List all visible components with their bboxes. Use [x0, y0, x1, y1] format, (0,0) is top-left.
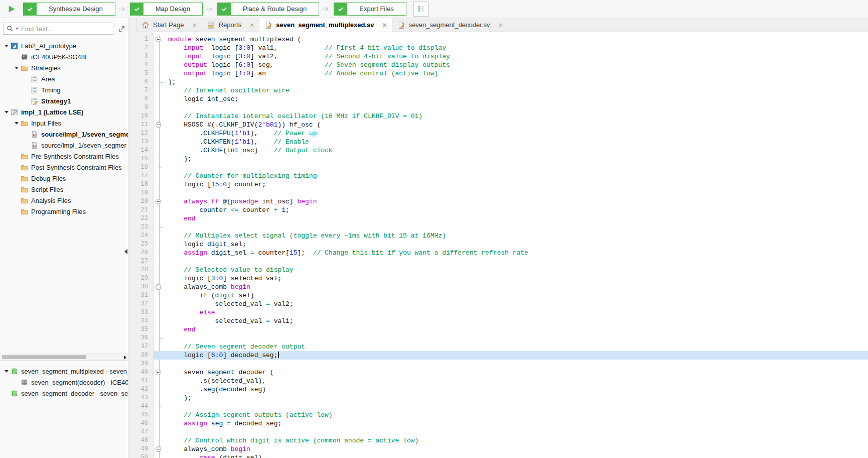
fold-collapse-icon[interactable] [156, 122, 161, 128]
strategy-checklist-button[interactable] [413, 2, 428, 17]
tree-item-impl-1-lattice-lse[interactable]: impl_1 (Lattice LSE) [0, 106, 128, 118]
code-line-46[interactable]: 46 assign seg = decoded_seg; [129, 419, 868, 428]
code-line-49[interactable]: 49 always_comb begin [129, 445, 868, 453]
code-line-10[interactable]: 10 // Instantiate internal oscillator (1… [129, 112, 868, 121]
tree-item-strategies[interactable]: Strategies [0, 62, 128, 73]
code-line-14[interactable]: 14 .CLKHF(int_osc) // Output clock [129, 146, 868, 155]
tab-seven-segment-decoder-sv[interactable]: seven_segment_decoder.sv× [392, 18, 508, 32]
code-line-15[interactable]: 15 ); [129, 155, 868, 163]
code-line-29[interactable]: 29 logic [3:0] selected_val; [129, 274, 868, 283]
code-line-39[interactable]: 39 [129, 360, 868, 368]
flow-stage-map-design[interactable]: Map Design [130, 3, 203, 16]
code-line-44[interactable]: 44 [129, 402, 868, 411]
tab-close-icon[interactable]: × [499, 22, 503, 29]
code-line-41[interactable]: 41 .s(selected_val), [129, 377, 868, 385]
code-text[interactable]: // Selected value to display [168, 266, 868, 274]
tree-item-post-synthesis-constraint-files[interactable]: Post-Synthesis Constraint Files [0, 162, 128, 173]
code-text[interactable]: ); [168, 394, 868, 402]
code-text[interactable]: logic [15:0] counter; [168, 180, 868, 189]
fold-collapse-icon[interactable] [156, 37, 161, 42]
code-text[interactable]: // Internal oscillator wire [168, 86, 868, 95]
tree-item-strategy1[interactable]: Strategy1 [0, 95, 128, 106]
code-line-27[interactable]: 27 [129, 257, 868, 266]
hierarchy-item-seven-segment-decoder-seven-seg[interactable]: seven_segment_decoder - seven_seg... [0, 388, 128, 399]
code-text[interactable]: module seven_segment_multiplexed ( [168, 35, 868, 44]
tree-item-analysis-files[interactable]: Analysis Files [0, 195, 128, 206]
code-line-40[interactable]: 40 seven_segment decoder ( [129, 368, 868, 377]
scrollbar-right-arrow-icon[interactable] [124, 356, 126, 360]
code-text[interactable]: .CLKHFPU(1'b1), // Power up [168, 129, 868, 138]
code-line-42[interactable]: 42 .seg(decoded_seg) [129, 385, 868, 394]
code-line-35[interactable]: 35 end [129, 325, 868, 334]
tab-seven-segment-multiplexed-sv[interactable]: seven_segment_multiplexed.sv× [259, 18, 392, 32]
code-text[interactable]: seven_segment decoder ( [168, 368, 868, 377]
tree-horizontal-scrollbar[interactable] [0, 354, 128, 361]
code-line-37[interactable]: 37 // Seven segment decoder output [129, 342, 868, 351]
code-text[interactable] [168, 189, 868, 197]
code-line-16[interactable]: 16 [129, 163, 868, 172]
tab-close-icon[interactable]: × [192, 22, 196, 29]
code-line-13[interactable]: 13 .CLKHFEN(1'b1), // Enable [129, 138, 868, 146]
code-text[interactable]: input logic [3:0] val2, // Second 4-bit … [168, 52, 868, 61]
code-text[interactable]: // Counter for multiplexing timing [168, 172, 868, 180]
expand-arrow-icon[interactable] [5, 45, 9, 47]
code-text[interactable]: HSOSC #(.CLKHF_DIV(2'b01)) hf_osc ( [168, 121, 868, 129]
code-text[interactable]: .CLKHF(int_osc) // Output clock [168, 146, 868, 155]
code-line-31[interactable]: 31 if (digit_sel) [129, 291, 868, 300]
expand-arrow-icon[interactable] [5, 370, 9, 373]
code-line-25[interactable]: 25 logic digit_sel; [129, 240, 868, 249]
tree-item-source-impl-1-seven-segme[interactable]: source/impl_1/seven_segme [0, 129, 128, 140]
code-text[interactable]: selected_val = val2; [168, 300, 868, 308]
tree-item-debug-files[interactable]: Debug Files [0, 173, 128, 184]
tab-reports[interactable]: Reports× [202, 18, 260, 32]
code-line-28[interactable]: 28 // Selected value to display [129, 266, 868, 274]
code-text[interactable]: end [168, 325, 868, 334]
code-text[interactable]: assign digit_sel = counter[15]; // Chang… [168, 249, 868, 257]
code-line-9[interactable]: 9 [129, 103, 868, 112]
expand-arrow-icon[interactable] [15, 122, 19, 125]
expand-arrow-icon[interactable] [15, 67, 19, 69]
code-text[interactable]: output logic [6:0] seg, // Seven segment… [168, 61, 868, 69]
expand-arrow-icon[interactable] [5, 111, 9, 113]
code-text[interactable] [168, 402, 868, 411]
code-text[interactable]: input logic [3:0] val1, // First 4-bit v… [168, 44, 868, 52]
code-line-36[interactable]: 36 [129, 334, 868, 342]
fold-collapse-icon[interactable] [156, 199, 161, 204]
code-line-26[interactable]: 26 assign digit_sel = counter[15]; // Ch… [129, 249, 868, 257]
tree-item-source-impl-1-seven-segmer[interactable]: source/impl_1/seven_segmer [0, 140, 128, 151]
popout-panel-icon[interactable] [117, 24, 126, 33]
code-text[interactable]: end [168, 214, 868, 223]
hierarchy-item-seven-segment-multiplexed-seven-x[interactable]: seven_segment_multiplexed - seven_X. [0, 366, 128, 377]
code-text[interactable] [168, 334, 868, 342]
fold-collapse-icon[interactable] [156, 370, 161, 375]
code-line-45[interactable]: 45 // Assign segment outputs (active low… [129, 411, 868, 419]
code-text[interactable]: always_ff @(posedge int_osc) begin [168, 197, 868, 206]
hierarchy-item-seven-segment-decoder-ice40[interactable]: seven_segment(decoder) - iCE40... [0, 377, 128, 388]
code-text[interactable]: .s(selected_val), [168, 377, 868, 385]
code-text[interactable]: ); [168, 155, 868, 163]
run-button[interactable] [5, 3, 18, 16]
tree-item-lab2-ai-prototype[interactable]: Lab2_AI_prototype [0, 40, 128, 51]
code-line-50[interactable]: 50 case (digit_sel) [129, 453, 868, 458]
code-line-11[interactable]: 11 HSOSC #(.CLKHF_DIV(2'b01)) hf_osc ( [129, 121, 868, 129]
code-line-33[interactable]: 33 else [129, 308, 868, 317]
splitter-collapse-icon[interactable] [124, 249, 127, 254]
code-line-34[interactable]: 34 selected_val = val1; [129, 317, 868, 325]
find-text-box[interactable] [3, 23, 113, 35]
code-text[interactable]: // Control which digit is active (common… [168, 436, 868, 445]
tab-close-icon[interactable]: × [250, 22, 254, 29]
code-text[interactable] [168, 257, 868, 266]
code-text[interactable]: else [168, 308, 868, 317]
code-line-1[interactable]: 1module seven_segment_multiplexed ( [129, 35, 868, 44]
code-text[interactable]: assign seg = decoded_seg; [168, 419, 868, 428]
flow-stage-synthesize-design[interactable]: Synthesize Design [23, 3, 115, 16]
code-text[interactable]: // Multiplex select signal (toggle every… [168, 232, 868, 240]
code-line-7[interactable]: 7 // Internal oscillator wire [129, 86, 868, 95]
code-text[interactable]: always_comb begin [168, 445, 868, 453]
code-text[interactable]: // Instantiate internal oscillator (16 M… [168, 112, 868, 121]
tree-item-area[interactable]: Area [0, 73, 128, 84]
code-text[interactable] [168, 428, 868, 436]
fold-collapse-icon[interactable] [156, 446, 161, 452]
tree-item-timing[interactable]: Timing [0, 84, 128, 95]
code-text[interactable]: logic [6:0] decoded_seg; [168, 351, 868, 360]
